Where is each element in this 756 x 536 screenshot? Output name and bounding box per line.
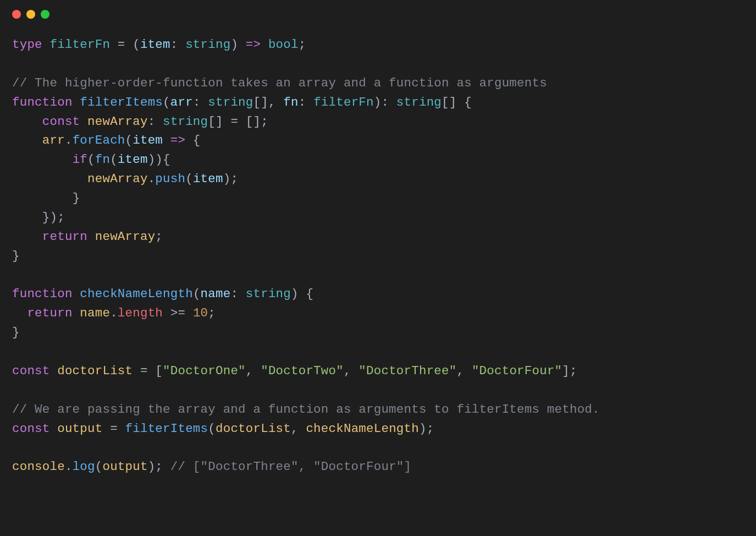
close-icon[interactable]	[12, 10, 21, 19]
maximize-icon[interactable]	[41, 10, 49, 19]
code-line: function filterItems(arr: string[], fn: …	[12, 95, 472, 110]
code-line: const newArray: string[] = [];	[12, 114, 268, 129]
code-line: newArray.push(item);	[12, 172, 238, 186]
window-controls	[0, 10, 756, 35]
code-editor[interactable]: type filterFn = (item: string) => bool; …	[0, 35, 756, 477]
code-line: }	[12, 325, 20, 340]
code-line: arr.forEach(item => {	[12, 133, 201, 147]
code-line: // We are passing the array and a functi…	[12, 402, 600, 417]
code-line: return newArray;	[12, 229, 163, 244]
code-line: }	[12, 249, 20, 263]
code-line: type filterFn = (item: string) => bool;	[12, 37, 306, 52]
code-line: }	[12, 191, 80, 205]
code-line: });	[12, 210, 65, 225]
code-line: const output = filterItems(doctorList, c…	[12, 422, 434, 436]
code-line: const doctorList = ["DoctorOne", "Doctor…	[12, 364, 577, 378]
code-line: if(fn(item)){	[12, 152, 170, 167]
minimize-icon[interactable]	[26, 10, 35, 19]
code-window: type filterFn = (item: string) => bool; …	[0, 0, 756, 536]
code-line: console.log(output); // ["DoctorThree", …	[12, 460, 411, 474]
code-line: // The higher-order-function takes an ar…	[12, 76, 547, 90]
code-line: return name.length >= 10;	[12, 306, 216, 320]
code-line: function checkNameLength(name: string) {	[12, 287, 313, 301]
